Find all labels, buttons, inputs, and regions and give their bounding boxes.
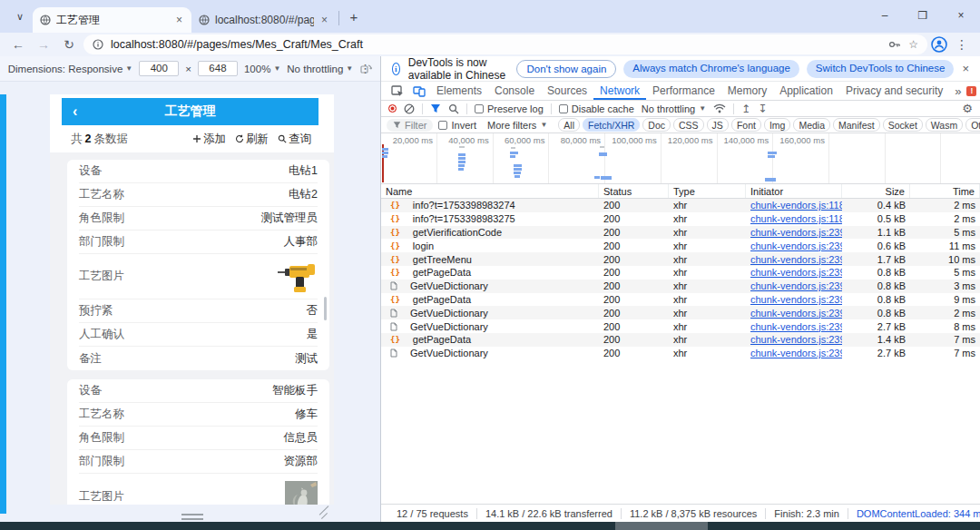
initiator-link[interactable]: chunk-vendors.js:23954 bbox=[750, 240, 842, 251]
reload-button[interactable]: ↻ bbox=[58, 37, 80, 52]
more-filters-select[interactable]: More filters▼ bbox=[487, 120, 547, 131]
devtools-tab-application[interactable]: Application bbox=[773, 82, 839, 100]
invert-filter-checkbox[interactable]: Invert bbox=[438, 120, 476, 131]
clear-network-log-icon[interactable] bbox=[404, 103, 415, 114]
initiator-link[interactable]: chunk-vendors.js:23954 bbox=[750, 334, 842, 345]
initiator-link[interactable]: chunk-vendors.js:23954 bbox=[750, 321, 842, 332]
window-close-button[interactable]: × bbox=[942, 0, 980, 31]
infobar-close-icon[interactable]: × bbox=[962, 62, 969, 75]
network-overview-timeline[interactable]: 20,000 ms40,000 ms60,000 ms80,000 ms100,… bbox=[381, 133, 980, 184]
initiator-link[interactable]: chunk-vendors.js:23954 bbox=[750, 348, 842, 358]
network-request-row[interactable]: GetVueDictionary200xhrchunk-vendors.js:2… bbox=[381, 347, 980, 360]
window-minimize-button[interactable]: – bbox=[866, 0, 904, 31]
network-request-row[interactable]: GetVueDictionary200xhrchunk-vendors.js:2… bbox=[381, 319, 980, 333]
app-action-add[interactable]: 添加 bbox=[192, 132, 226, 147]
site-info-icon[interactable] bbox=[93, 39, 103, 50]
issues-badge[interactable]: !1 bbox=[966, 84, 980, 97]
devtools-tab-elements[interactable]: Elements bbox=[430, 82, 488, 100]
preserve-log-checkbox[interactable]: Preserve log bbox=[475, 103, 544, 114]
filter-chip-doc[interactable]: Doc bbox=[642, 118, 671, 132]
browser-menu-kebab-icon[interactable]: ⋮ bbox=[951, 37, 973, 52]
app-back-chevron-icon[interactable]: ‹ bbox=[73, 103, 77, 120]
filter-chip-wasm[interactable]: Wasm bbox=[926, 118, 963, 132]
password-key-icon[interactable] bbox=[888, 39, 901, 50]
disable-cache-checkbox[interactable]: Disable cache bbox=[559, 103, 634, 114]
tab-close-icon[interactable]: × bbox=[319, 14, 329, 26]
initiator-link[interactable]: chunk-vendors.js:23954 bbox=[750, 267, 842, 278]
process-card-2[interactable]: 设备智能板手工艺名称修车角色限制信息员部门限制资源部工艺图片 bbox=[67, 379, 329, 505]
taskbar-app-segment[interactable] bbox=[615, 522, 708, 530]
filter-chip-other[interactable]: Other bbox=[965, 118, 980, 132]
filter-chip-css[interactable]: CSS bbox=[673, 118, 704, 132]
column-header-status[interactable]: Status bbox=[599, 184, 669, 198]
initiator-link[interactable]: chunk-vendors.js:23954 bbox=[750, 254, 842, 265]
filter-chip-media[interactable]: Media bbox=[793, 118, 830, 132]
search-network-icon[interactable] bbox=[448, 103, 459, 114]
network-conditions-icon[interactable] bbox=[713, 103, 726, 113]
network-request-row[interactable]: {}getPageData200xhrchunk-vendors.js:2395… bbox=[381, 293, 980, 307]
browser-tab-active[interactable]: 工艺管理 × bbox=[33, 7, 191, 33]
initiator-link[interactable]: chunk-vendors.js:23954 bbox=[750, 227, 842, 238]
network-request-row[interactable]: {}login200xhrchunk-vendors.js:239540.6 k… bbox=[381, 239, 980, 252]
initiator-link[interactable]: chunk-vendors.js:23954 bbox=[750, 280, 842, 291]
app-action-refresh[interactable]: 刷新 bbox=[235, 132, 269, 147]
network-request-row[interactable]: {}info?t=1753398983275200xhrchunk-vendor… bbox=[381, 212, 980, 226]
initiator-link[interactable]: chunk-vendors.js:23954 bbox=[750, 308, 842, 319]
bookmark-star-icon[interactable]: ☆ bbox=[908, 38, 918, 51]
network-request-row[interactable]: {}getPageData200xhrchunk-vendors.js:2395… bbox=[381, 333, 980, 347]
zoom-select[interactable]: 100%▼ bbox=[244, 64, 280, 74]
device-toolbar-kebab-icon[interactable]: ⋮ bbox=[359, 62, 371, 75]
dimensions-select[interactable]: Dimensions: Responsive▼ bbox=[8, 64, 132, 74]
viewport-resize-handle-corner[interactable] bbox=[318, 510, 330, 523]
column-header-type[interactable]: Type bbox=[669, 184, 746, 198]
column-header-name[interactable]: Name bbox=[381, 184, 599, 198]
filter-chip-socket[interactable]: Socket bbox=[883, 118, 923, 132]
network-request-row[interactable]: {}getVierificationCode200xhrchunk-vendor… bbox=[381, 226, 980, 240]
devtools-tab-privacy-and-security[interactable]: Privacy and security bbox=[839, 82, 949, 100]
filter-chip-fetch-xhr[interactable]: Fetch/XHR bbox=[583, 118, 640, 132]
network-request-row[interactable]: GetVueDictionary200xhrchunk-vendors.js:2… bbox=[381, 306, 980, 319]
filter-chip-all[interactable]: All bbox=[558, 118, 580, 132]
tab-close-icon[interactable]: × bbox=[174, 14, 184, 26]
browser-tab-inactive[interactable]: localhost:8080/#/pages/men × bbox=[191, 7, 337, 33]
inspect-element-icon[interactable] bbox=[387, 85, 408, 97]
initiator-link[interactable]: chunk-vendors.js:11858 bbox=[750, 213, 842, 224]
devtools-tab-sources[interactable]: Sources bbox=[541, 82, 593, 100]
throttling-select[interactable]: No throttling▼ bbox=[287, 64, 353, 74]
profile-avatar[interactable] bbox=[931, 36, 947, 53]
devtools-tab-performance[interactable]: Performance bbox=[646, 82, 721, 100]
column-header-initiator[interactable]: Initiator bbox=[746, 184, 842, 198]
network-throttling-select[interactable]: No throttling▼ bbox=[642, 103, 706, 114]
infobar-button-always-match-chrome-s-language[interactable]: Always match Chrome's language bbox=[623, 60, 799, 78]
device-width-input[interactable]: 400 bbox=[139, 61, 179, 76]
record-network-log-button[interactable] bbox=[388, 104, 397, 113]
back-button[interactable]: ← bbox=[7, 37, 29, 52]
filter-funnel-icon[interactable] bbox=[430, 103, 441, 113]
network-request-row[interactable]: {}getTreeMenu200xhrchunk-vendors.js:2395… bbox=[381, 252, 980, 266]
initiator-link[interactable]: chunk-vendors.js:11858 bbox=[750, 200, 842, 211]
filter-chip-img[interactable]: Img bbox=[764, 118, 791, 132]
devtools-tab-console[interactable]: Console bbox=[488, 82, 541, 100]
tab-search-chevron-icon[interactable]: ∨ bbox=[7, 4, 33, 29]
device-height-input[interactable]: 648 bbox=[198, 61, 238, 76]
import-har-icon[interactable]: ↥ bbox=[741, 103, 750, 115]
devtools-tab-memory[interactable]: Memory bbox=[721, 82, 773, 100]
network-settings-gear-icon[interactable]: ⚙ bbox=[962, 102, 973, 115]
infobar-button-switch-devtools-to-chinese[interactable]: Switch DevTools to Chinese bbox=[807, 60, 955, 78]
filter-input[interactable]: Filter bbox=[387, 119, 433, 132]
new-tab-button[interactable]: + bbox=[343, 5, 365, 27]
filter-chip-js[interactable]: JS bbox=[707, 118, 729, 132]
network-request-row[interactable]: {}getPageData200xhrchunk-vendors.js:2395… bbox=[381, 266, 980, 280]
infobar-button-don-t-show-again[interactable]: Don't show again bbox=[516, 60, 616, 78]
filter-chip-font[interactable]: Font bbox=[731, 118, 761, 132]
more-tabs-icon[interactable]: » bbox=[949, 84, 966, 98]
export-har-icon[interactable]: ↧ bbox=[758, 103, 767, 115]
filter-chip-manifest[interactable]: Manifest bbox=[833, 118, 880, 132]
network-request-row[interactable]: GetVueDictionary200xhrchunk-vendors.js:2… bbox=[381, 280, 980, 293]
viewport-scrollbar-thumb[interactable] bbox=[324, 297, 327, 320]
column-header-size[interactable]: Size bbox=[842, 184, 910, 198]
devtools-tab-network[interactable]: Network bbox=[593, 82, 646, 100]
app-action-search[interactable]: 查询 bbox=[278, 132, 311, 147]
initiator-link[interactable]: chunk-vendors.js:23954 bbox=[750, 294, 842, 305]
process-card-1[interactable]: 设备电钻1工艺名称电钻2角色限制测试管理员部门限制人事部工艺图片预拧紧否人工确认… bbox=[67, 160, 329, 370]
